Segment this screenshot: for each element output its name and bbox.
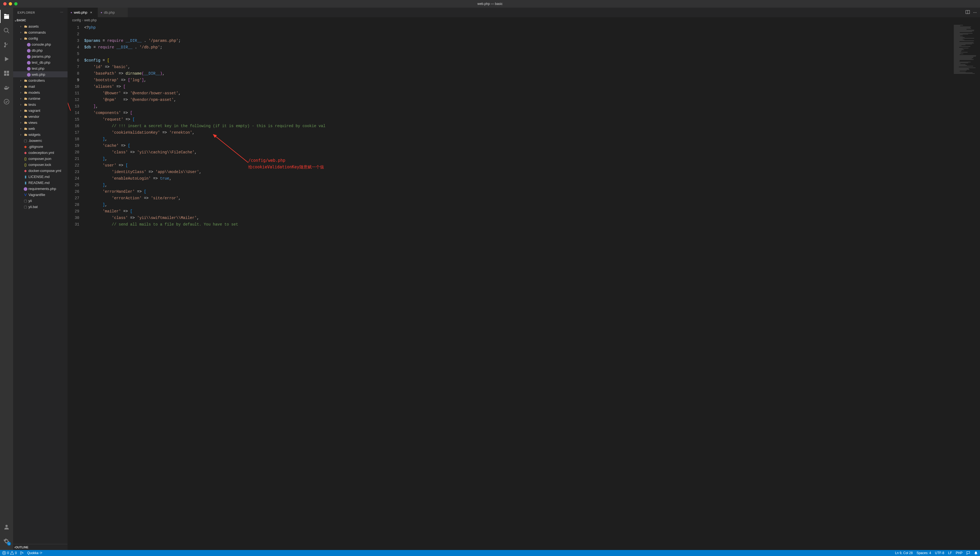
folder-item[interactable]: ›🖿web [13, 126, 68, 131]
docker-icon[interactable] [0, 81, 13, 94]
chevron-icon: › [19, 115, 23, 118]
status-eol[interactable]: LF [948, 551, 952, 555]
file-item[interactable]: ▢yii [13, 198, 68, 204]
tree-item-label: test.php [32, 66, 68, 71]
breadcrumb-item[interactable]: web.php [84, 18, 97, 22]
maximize-window-button[interactable] [14, 2, 18, 5]
explorer-icon[interactable] [0, 10, 13, 23]
chevron-icon: › [19, 127, 23, 130]
file-item[interactable]: ◆codeception.yml [13, 150, 68, 155]
editor-body[interactable]: 1234567891011121314151617181920212223242… [68, 23, 980, 550]
account-icon[interactable] [0, 520, 13, 533]
folder-item[interactable]: ›🖿views [13, 120, 68, 126]
status-encoding[interactable]: UTF-8 [935, 551, 944, 555]
file-item[interactable]: ⬤console.php [13, 41, 68, 47]
tab-web-php[interactable]: ●web.php× [68, 8, 98, 17]
more-actions-icon[interactable]: ⋯ [973, 10, 977, 15]
folder-item[interactable]: ›🖿widgets [13, 131, 68, 137]
file-item[interactable]: ⬤params.php [13, 53, 68, 59]
file-item[interactable]: ⬤requirements.php [13, 186, 68, 192]
chevron-icon: › [19, 121, 23, 124]
svg-point-10 [21, 554, 22, 554]
folder-item[interactable]: ⌄🖿config [13, 35, 68, 41]
status-quokka[interactable]: Quokka ⟳ [27, 551, 42, 555]
chevron-icon: › [19, 91, 23, 94]
file-item[interactable]: ◆docker-compose.yml [13, 168, 68, 174]
outline-section[interactable]: › OUTLINE [13, 544, 68, 550]
file-item[interactable]: ▮README.md [13, 179, 68, 186]
chevron-icon: › [19, 103, 23, 106]
split-editor-icon[interactable] [965, 10, 970, 15]
tree-item-label: assets [28, 24, 68, 28]
folder-item[interactable]: ›🖿controllers [13, 78, 68, 83]
status-spaces[interactable]: Spaces: 4 [917, 551, 931, 555]
code-content[interactable]: <?php$params = require __DIR__ . '/param… [84, 23, 953, 550]
file-item[interactable]: ▢.bowerrc [13, 137, 68, 144]
tab-bar: ●web.php×●db.php× ⋯ [68, 8, 980, 17]
chevron-icon: ⌄ [19, 37, 23, 40]
folder-item[interactable]: ›🖿models [13, 89, 68, 95]
explorer-title: EXPLORER [18, 11, 35, 14]
tree-item-label: runtime [28, 97, 68, 100]
minimize-window-button[interactable] [9, 2, 12, 5]
quokka-icon[interactable] [0, 95, 13, 108]
tree-item-label: commands [28, 30, 68, 34]
folder-item[interactable]: ›🖿mail [13, 83, 68, 89]
tree-item-label: vagrant [28, 108, 68, 113]
chevron-right-icon: › [82, 18, 83, 22]
settings-icon[interactable]: 1 [0, 535, 13, 548]
status-bar: 0 0 Quokka ⟳ Ln 9, Col 28 Spaces: 4 UTF-… [0, 550, 980, 556]
file-item[interactable]: ⬤test_db.php [13, 59, 68, 65]
chevron-down-icon: ⌄ [14, 19, 17, 22]
status-git[interactable] [20, 551, 24, 555]
chevron-icon: › [19, 97, 23, 100]
status-lncol[interactable]: Ln 9, Col 28 [895, 551, 913, 555]
project-section[interactable]: ⌄ BASIC [13, 17, 68, 23]
status-lang[interactable]: PHP [956, 551, 962, 555]
tree-item-label: web.php [32, 73, 68, 76]
search-icon[interactable] [0, 24, 13, 37]
run-debug-icon[interactable] [0, 52, 13, 66]
close-window-button[interactable] [3, 2, 6, 5]
file-item[interactable]: {}composer.json [13, 155, 68, 162]
file-item[interactable]: VVagrantfile [13, 192, 68, 198]
tree-item-label: yii.bat [28, 205, 68, 209]
minimap[interactable] [953, 23, 980, 550]
tree-item-label: requirements.php [28, 187, 68, 191]
status-feedback-icon[interactable] [966, 551, 970, 555]
more-icon[interactable]: ⋯ [60, 11, 63, 14]
file-item[interactable]: ▮LICENSE.md [13, 174, 68, 179]
source-control-icon[interactable] [0, 38, 13, 52]
window-controls [0, 2, 18, 5]
tree-item-label: yii [28, 199, 68, 203]
file-item[interactable]: ⬤web.php [13, 71, 68, 78]
status-errors[interactable]: 0 0 [2, 551, 17, 555]
tab-db-php[interactable]: ●db.php× [98, 8, 128, 17]
folder-item[interactable]: ›🖿tests [13, 102, 68, 107]
close-icon[interactable]: × [89, 10, 93, 15]
settings-badge: 1 [7, 542, 11, 546]
file-item[interactable]: ▢yii.bat [13, 204, 68, 210]
file-tree[interactable]: ›🖿assets›🖿commands⌄🖿config⬤console.php⬤d… [13, 23, 68, 544]
tree-item-label: widgets [28, 133, 68, 137]
file-item[interactable]: ⬤db.php [13, 47, 68, 53]
tree-item-label: LICENSE.md [28, 175, 68, 179]
folder-item[interactable]: ›🖿assets [13, 23, 68, 29]
folder-item[interactable]: ›🖿runtime [13, 95, 68, 102]
breadcrumb-item[interactable]: config [72, 18, 81, 22]
chevron-icon: › [19, 133, 23, 136]
tree-item-label: config [28, 36, 68, 40]
file-item[interactable]: ⬤test.php [13, 65, 68, 71]
titlebar: web.php — basic [0, 0, 980, 8]
extensions-icon[interactable] [0, 67, 13, 80]
php-icon: ● [71, 11, 72, 14]
breadcrumbs[interactable]: config › web.php [68, 17, 980, 23]
file-item[interactable]: {}composer.lock [13, 162, 68, 168]
status-bell-icon[interactable] [974, 551, 978, 555]
folder-item[interactable]: ›🖿vagrant [13, 107, 68, 113]
tree-item-label: docker-compose.yml [28, 169, 68, 173]
folder-item[interactable]: ›🖿commands [13, 29, 68, 35]
file-item[interactable]: ◆.gitignore [13, 144, 68, 150]
folder-item[interactable]: ›🖿vendor [13, 113, 68, 120]
tab-label: db.php [104, 10, 115, 15]
